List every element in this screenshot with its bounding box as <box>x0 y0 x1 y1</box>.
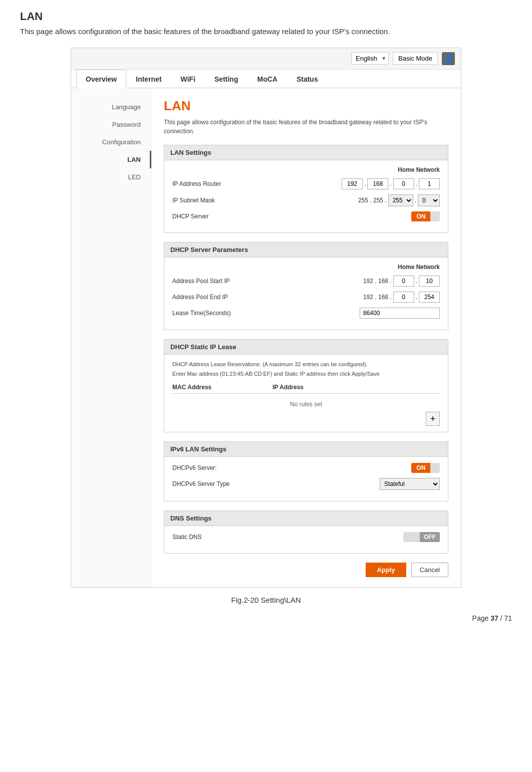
static-dns-off-side: OFF <box>420 532 440 542</box>
dns-section: DNS Settings Static DNS OFF <box>164 510 448 554</box>
page-title: LAN <box>20 10 512 23</box>
subnet-mask-select[interactable]: 255 254 252 248 240 224 192 128 0 <box>388 194 413 206</box>
pool-start-dot: . <box>416 278 417 285</box>
dhcpv6-server-row: DHCPv6 Server: ON <box>172 463 440 473</box>
dhcp-static-body: DHCP Address Lease Reservations: (A maxi… <box>164 355 448 432</box>
dhcp-server-label: DHCP Server <box>172 213 262 220</box>
pool-start-octet3[interactable] <box>393 276 414 287</box>
static-dns-on-side <box>403 532 420 542</box>
dhcpv6-type-select[interactable]: Stateful Stateless <box>380 478 440 490</box>
dhcp-server-toggle: ON <box>411 211 440 221</box>
ip-subnet-mask-label: IP Subnet Mask <box>172 197 262 204</box>
ip-address-router-row: IP Address Router . . . <box>172 178 440 189</box>
user-icon: 👤 <box>442 52 455 65</box>
sidebar-item-password[interactable]: Password <box>71 116 151 133</box>
nav-item-status[interactable]: Status <box>287 70 328 88</box>
dhcp-static-section: DHCP Static IP Lease DHCP Address Lease … <box>164 339 448 433</box>
dhcpv6-server-label: DHCPv6 Server: <box>172 464 262 471</box>
dhcpv6-server-toggle: ON <box>411 463 440 473</box>
basic-mode-button[interactable]: Basic Mode <box>393 52 438 65</box>
ip-dot-2: . <box>390 180 391 187</box>
nav-item-moca[interactable]: MoCA <box>247 70 287 88</box>
main-panel: LAN This page allows configuration of th… <box>151 88 461 588</box>
lease-time-label: Lease Time(Seconds) <box>172 310 262 317</box>
lease-time-input[interactable] <box>360 308 440 319</box>
ip-router-octet2[interactable] <box>367 178 388 189</box>
dhcp-toggle-off <box>430 211 440 221</box>
col-header-mac: MAC Address <box>172 384 273 391</box>
nav-item-wifi[interactable]: WiFi <box>171 70 205 88</box>
static-dns-row: Static DNS OFF <box>172 532 440 542</box>
dhcp-params-header: DHCP Server Parameters <box>164 242 448 258</box>
nav-item-setting[interactable]: Setting <box>205 70 247 88</box>
ip-router-octet3[interactable] <box>393 178 414 189</box>
dns-body: Static DNS OFF <box>164 526 448 553</box>
sidebar: Language Password Configuration LAN LED <box>71 88 151 588</box>
pool-end-ip-row: Address Pool End IP 192 . 168 . . <box>172 292 440 303</box>
ip-subnet-mask-row: IP Subnet Mask 255 . 255 . 255 254 252 2… <box>172 194 440 206</box>
pool-start-octet4[interactable] <box>419 276 440 287</box>
col-header-ip: IP Address <box>273 384 440 391</box>
dhcpv6-type-row: DHCPv6 Server Type Stateful Stateless <box>172 478 440 490</box>
dhcp-static-col-headers: MAC Address IP Address <box>172 384 440 394</box>
pool-end-octet4[interactable] <box>419 292 440 303</box>
add-static-lease-button[interactable]: + <box>426 412 440 426</box>
cancel-button[interactable]: Cancel <box>411 563 448 577</box>
dhcp-static-header: DHCP Static IP Lease <box>164 340 448 355</box>
lan-heading: LAN <box>164 98 448 114</box>
dns-header: DNS Settings <box>164 511 448 526</box>
pool-start-ip-label: Address Pool Start IP <box>172 278 262 285</box>
dhcpv6-toggle-btn[interactable]: ON <box>411 463 440 473</box>
ipv6-header: IPv6 LAN Settings <box>164 442 448 457</box>
subnet-last-select[interactable]: 0 <box>418 194 440 206</box>
sidebar-item-configuration[interactable]: Configuration <box>71 133 151 151</box>
apply-button[interactable]: Apply <box>366 563 406 577</box>
dhcp-server-toggle-btn[interactable]: ON <box>411 211 440 221</box>
language-select[interactable]: English <box>351 52 389 65</box>
dhcpv6-type-label: DHCPv6 Server Type <box>172 480 262 487</box>
ip-address-router-label: IP Address Router <box>172 180 262 187</box>
ip-address-router-value: . . . <box>342 178 440 189</box>
fig-caption: Fig.2-20 Setting\LAN <box>20 596 512 604</box>
dhcpv6-toggle-on: ON <box>411 463 430 473</box>
nav-item-overview[interactable]: Overview <box>76 70 126 88</box>
ip-dot-1: . <box>364 180 366 187</box>
dhcpv6-type-value: Stateful Stateless <box>380 478 440 490</box>
add-btn-row: + <box>172 412 440 426</box>
dhcpv6-toggle-off <box>430 463 440 473</box>
lease-time-value <box>360 308 440 319</box>
ipv6-body: DHCPv6 Server: ON DHCPv6 Server Type <box>164 457 448 501</box>
ipv6-section: IPv6 LAN Settings DHCPv6 Server: ON <box>164 441 448 501</box>
dhcp-params-subheader: Home Network <box>172 264 440 271</box>
dhcp-toggle-on: ON <box>411 211 430 221</box>
dhcp-server-row: DHCP Server ON <box>172 211 440 221</box>
pool-end-dot: . <box>416 294 417 301</box>
action-row: Apply Cancel <box>164 563 448 577</box>
static-dns-toggle-btn[interactable]: OFF <box>403 532 440 542</box>
static-dns-toggle: OFF <box>403 532 440 542</box>
dhcp-params-body: Home Network Address Pool Start IP 192 .… <box>164 258 448 330</box>
dhcp-note-line1: DHCP Address Lease Reservations: (A maxi… <box>172 361 440 368</box>
ip-dot-3: . <box>416 180 417 187</box>
no-rules-text: No rules set <box>172 397 440 412</box>
ip-router-octet4[interactable] <box>419 178 440 189</box>
sidebar-item-language[interactable]: Language <box>71 98 151 116</box>
lan-settings-header: LAN Settings <box>164 145 448 160</box>
pool-end-octet3[interactable] <box>393 292 414 303</box>
content-area: Language Password Configuration LAN LED … <box>71 88 461 588</box>
ip-router-octet1[interactable] <box>342 178 363 189</box>
dhcp-note-line2: Enter Mac address (01:23:45:AB:CD:EF) an… <box>172 370 440 378</box>
pool-end-ip-label: Address Pool End IP <box>172 294 262 301</box>
pool-start-ip-value: 192 . 168 . . <box>363 276 440 287</box>
page-number: Page 37 / 71 <box>20 614 512 622</box>
lan-panel-description: This page allows configuration of the ba… <box>164 118 448 136</box>
language-selector-wrapper[interactable]: English ▼ <box>351 52 389 65</box>
lan-settings-body: Home Network IP Address Router . . . <box>164 160 448 232</box>
sidebar-item-led[interactable]: LED <box>71 168 151 186</box>
nav-item-internet[interactable]: Internet <box>126 70 171 88</box>
lan-settings-subheader: Home Network <box>172 166 440 173</box>
lease-time-row: Lease Time(Seconds) <box>172 308 440 319</box>
sidebar-item-lan[interactable]: LAN <box>71 151 151 168</box>
subnet-dot: . <box>415 197 416 204</box>
ip-subnet-mask-value: 255 . 255 . 255 254 252 248 240 224 192 … <box>358 194 440 206</box>
